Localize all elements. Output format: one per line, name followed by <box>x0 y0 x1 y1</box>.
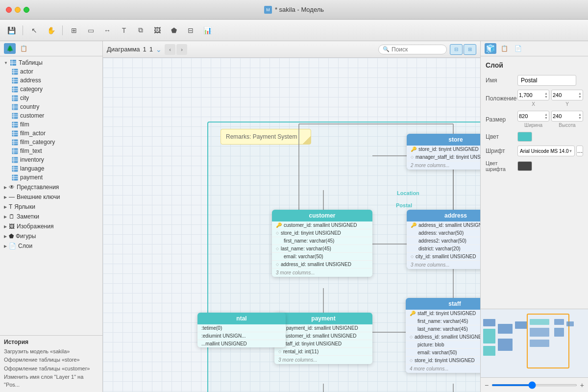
nav-prev[interactable]: ‹ <box>165 44 175 55</box>
row-text: payment_id: smallint UNSIGNED <box>286 325 358 331</box>
maximize-button[interactable] <box>24 7 29 13</box>
report-tool[interactable]: 📊 <box>200 24 215 37</box>
search-icon: 🔍 <box>383 46 390 52</box>
tree-header-shapes[interactable]: ▶ ⬟ Фигуры <box>0 232 102 241</box>
note-payment-system[interactable]: Remarks: Payment System <box>220 129 311 145</box>
image-tool[interactable]: 🖼 <box>150 24 165 37</box>
canvas[interactable]: Postal Location Remarks: Payment System <box>103 58 480 392</box>
view-tool[interactable]: ▭ <box>83 24 98 37</box>
sidebar-item-customer[interactable]: customer <box>0 111 102 120</box>
row-text: ...mallint UNSIGNED <box>201 341 247 346</box>
coord-x-down[interactable]: ▼ <box>544 95 548 98</box>
right-tab-layers[interactable]: 📄 <box>512 43 524 54</box>
table-staff[interactable]: staff 🔑 staff_id: tinyint UNSIGNED first… <box>406 298 480 373</box>
tree-header-tables[interactable]: ▼ Таблицы <box>0 58 102 67</box>
coord-y-input[interactable]: 240 ▲ ▼ <box>551 90 583 100</box>
window-controls[interactable] <box>6 7 29 13</box>
svg-rect-39 <box>14 139 14 145</box>
sidebar-item-address[interactable]: address <box>0 76 102 85</box>
sidebar-tab-props[interactable]: 📋 <box>18 43 29 54</box>
table-store[interactable]: store 🔑 store_id: tinyint UNSIGNED ◇ man… <box>407 134 480 170</box>
pointer-tool[interactable]: ↖ <box>27 24 42 37</box>
table-payment[interactable]: payment 🔑 payment_id: smallint UNSIGNED … <box>274 313 372 364</box>
zoom-out-icon[interactable]: − <box>485 381 489 389</box>
close-button[interactable] <box>6 7 12 13</box>
table-staff-row-4: ◇ address_id: smallint UNSIGNED <box>406 333 480 341</box>
sidebar-item-film_actor[interactable]: film_actor <box>0 129 102 138</box>
svg-rect-1 <box>10 62 16 62</box>
coord-y-up[interactable]: ▲ <box>578 92 582 95</box>
zoom-in-icon[interactable]: + <box>580 381 584 389</box>
coord-y-down[interactable]: ▼ <box>578 95 582 98</box>
text-tool[interactable]: T <box>117 24 131 37</box>
coord-x-input[interactable]: 1,700 ▲ ▼ <box>517 90 549 100</box>
coord-y-spinners[interactable]: ▲ ▼ <box>578 92 582 98</box>
nav-next[interactable]: › <box>176 44 187 55</box>
font-color-swatch[interactable] <box>517 161 532 171</box>
table-customer[interactable]: customer 🔑 customer_id: smallint UNSIGNE… <box>272 210 372 277</box>
row-text: staff_id: tinyint UNSIGNED <box>417 311 476 316</box>
right-tab-table[interactable]: 📋 <box>498 43 510 54</box>
tree-header-views[interactable]: ▶ 👁 Представления <box>0 183 102 192</box>
labels-label: Ярлыки <box>14 203 35 210</box>
sidebar-item-payment[interactable]: payment <box>0 173 102 182</box>
tree-header-notes[interactable]: ▶ 🗒 Заметки <box>0 212 102 221</box>
tables-arrow: ▼ <box>4 61 8 65</box>
sidebar-item-language[interactable]: language <box>0 164 102 173</box>
coord-h-input[interactable]: 240 ▲ ▼ <box>551 111 583 122</box>
sidebar-item-category[interactable]: category <box>0 85 102 94</box>
color-swatch[interactable] <box>517 132 532 142</box>
row-text: first_name: varchar(45) <box>284 238 334 244</box>
coord-w-input[interactable]: 820 ▲ ▼ <box>517 111 549 122</box>
arrange-tool[interactable]: ⊟ <box>183 24 198 37</box>
svg-rect-26 <box>12 116 18 117</box>
prop-input-name[interactable] <box>517 75 576 86</box>
coord-h-down[interactable]: ▼ <box>578 116 582 120</box>
hand-tool[interactable]: ✋ <box>44 24 58 37</box>
coord-h-up[interactable]: ▲ <box>578 113 582 116</box>
diagram-stepper[interactable]: ⌄ <box>156 46 162 53</box>
shape-tool[interactable]: ⬟ <box>167 24 181 37</box>
coord-x-spinners[interactable]: ▲ ▼ <box>544 92 548 98</box>
sidebar-item-city[interactable]: city <box>0 94 102 102</box>
coord-h-spinners[interactable]: ▲ ▼ <box>578 113 582 120</box>
sidebar-item-film_text[interactable]: film_text <box>0 147 102 155</box>
svg-rect-22 <box>12 107 18 108</box>
minimize-button[interactable] <box>15 7 21 13</box>
sidebar-item-film_category[interactable]: film_category <box>0 138 102 147</box>
coord-w-spinners[interactable]: ▲ ▼ <box>544 113 548 120</box>
tree-header-images[interactable]: ▶ 🖼 Изображения <box>0 222 102 231</box>
tree-header-layers[interactable]: ▶ 📄 Слои <box>0 242 102 250</box>
multi-table-tool[interactable]: ⧉ <box>133 24 148 37</box>
table-rental-partial[interactable]: ntal :tetime(0) :ediumint UNSIGN... ...m… <box>197 313 286 347</box>
table-payment-row-3: ◇ staff_id: tinyint UNSIGNED <box>274 340 372 348</box>
table-staff-header: staff <box>406 298 480 310</box>
coord-x-val: 1,700 <box>519 92 533 98</box>
sidebar-item-inventory[interactable]: inventory <box>0 155 102 164</box>
sidebar-item-country[interactable]: country <box>0 102 102 111</box>
table-address[interactable]: address 🔑 address_id: smallint UNSIGNED … <box>407 210 480 269</box>
search-input[interactable] <box>392 46 442 53</box>
key-icon: 🔑 <box>411 222 416 228</box>
sidebar-tab-tree[interactable]: 🌲 <box>4 43 16 54</box>
search-box[interactable]: 🔍 <box>378 45 447 54</box>
sidebar-item-actor[interactable]: actor <box>0 67 102 76</box>
tree-header-fk[interactable]: ▶ — Внешние ключи <box>0 193 102 201</box>
mini-map[interactable] <box>481 309 588 377</box>
font-more-button[interactable]: … <box>576 146 583 156</box>
tree-header-labels[interactable]: ▶ T Ярлыки <box>0 202 102 211</box>
save-button[interactable]: 💾 <box>4 24 19 37</box>
right-tab-layer[interactable]: 🧊 <box>485 43 496 54</box>
sidebar-item-film[interactable]: film <box>0 120 102 129</box>
font-select[interactable]: Arial Unicode MS 14.0 ▼ <box>517 146 575 156</box>
coord-w-down[interactable]: ▼ <box>544 116 548 120</box>
view-split-v[interactable]: ⊞ <box>464 44 476 55</box>
connector-tool[interactable]: ↔ <box>100 24 115 37</box>
coord-w-up[interactable]: ▲ <box>544 113 548 116</box>
view-split-h[interactable]: ⊟ <box>450 44 463 55</box>
main-toolbar: 💾 ↖ ✋ ⊞ ▭ ↔ T ⧉ 🖼 ⬟ ⊟ 📊 <box>0 20 588 41</box>
coord-x-up[interactable]: ▲ <box>544 92 548 95</box>
zoom-slider[interactable] <box>491 384 577 386</box>
table-tool[interactable]: ⊞ <box>67 24 81 37</box>
right-panel-content: Слой Имя Положение 1,700 ▲ ▼ <box>481 56 588 309</box>
